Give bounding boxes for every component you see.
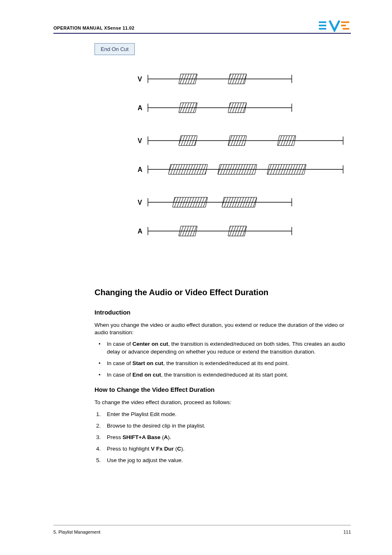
svg-text:V: V [138, 199, 142, 206]
step-item: Press to highlight V Fx Dur (C). [95, 445, 351, 453]
svg-rect-5 [343, 28, 349, 30]
bullet-item: In case of End on cut, the transition is… [95, 371, 351, 379]
svg-text:A: A [138, 166, 143, 173]
evs-logo [318, 20, 351, 32]
howto-paragraph: To change the video effect duration, pro… [95, 399, 351, 406]
svg-text:V: V [138, 137, 142, 144]
section-title: Changing the Audio or Video Effect Durat… [95, 288, 351, 297]
footer-rule [53, 525, 351, 525]
header-manual-title: OPERATION MANUAL XSense 11.02 [53, 25, 134, 30]
step-item: Use the jog to adjust the value. [95, 457, 351, 464]
page-number: 111 [344, 530, 351, 534]
timeline-diagram: PL 16 Vx 2 – Ax 2 V A PL 17 Vx 2 – Ax 4 [95, 66, 351, 271]
step-item: Enter the Playlist Edit mode. [95, 411, 351, 418]
intro-paragraph: When you change the video or audio effec… [95, 321, 351, 336]
svg-rect-3 [341, 21, 349, 23]
footer-section: 5. Playlist Management [53, 530, 100, 534]
svg-rect-4 [341, 25, 346, 26]
end-on-cut-button: End On Cut [95, 43, 135, 55]
svg-rect-2 [319, 28, 326, 30]
header-rule [53, 33, 351, 34]
step-item: Press SHIFT+A Base (A). [95, 434, 351, 441]
svg-text:V: V [138, 76, 142, 83]
step-item: Browse to the desired clip in the playli… [95, 422, 351, 430]
svg-rect-0 [319, 21, 326, 23]
bullet-item: In case of Center on cut, the transition… [95, 340, 351, 355]
bullet-item: In case of Start on cut, the transition … [95, 360, 351, 367]
svg-text:A: A [138, 104, 143, 111]
howto-heading: How to Change the Video Effect Duration [95, 386, 351, 393]
intro-heading: Introduction [95, 309, 351, 316]
bullet-list: In case of Center on cut, the transition… [95, 340, 351, 379]
svg-text:A: A [138, 228, 143, 235]
steps-list: Enter the Playlist Edit mode. Browse to … [95, 411, 351, 465]
svg-rect-1 [319, 25, 326, 26]
